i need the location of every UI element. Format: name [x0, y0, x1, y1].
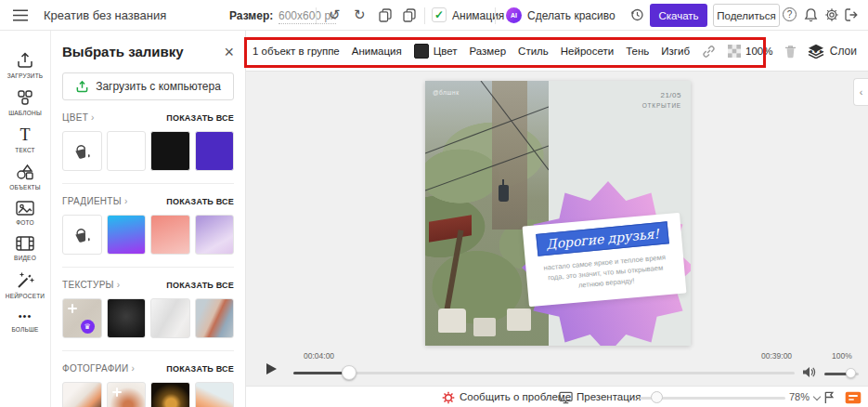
gradient-picker-swatch[interactable] [62, 215, 102, 255]
app-window: Креатив без названия Размер: 600x600 px … [0, 0, 868, 407]
photo-swatch-sketch[interactable] [195, 382, 235, 407]
texture-swatch-marble[interactable] [150, 298, 190, 338]
ai-icon: AI [506, 7, 522, 23]
gradient-swatch-blue-purple[interactable] [107, 215, 147, 255]
texture-swatch-concrete[interactable]: ♛ [62, 298, 102, 338]
section-label: ТЕКСТУРЫ [62, 280, 114, 290]
sidebar-item-neuro[interactable]: НЕЙРОСЕТИ [0, 271, 50, 299]
toolbar-style-button[interactable]: Стиль [518, 46, 549, 57]
download-button[interactable]: Скачать [650, 4, 707, 27]
magic-wand-icon [16, 271, 34, 289]
animation-checkbox[interactable]: ✓ [432, 7, 447, 22]
sidebar-item-objects[interactable]: ОБЪЕКТЫ [0, 164, 50, 190]
layers-button[interactable]: Слои [808, 31, 857, 72]
document-title[interactable]: Креатив без названия [44, 8, 166, 22]
zoom-level[interactable]: 78% [789, 391, 810, 402]
canvas-stage[interactable]: @блшнк 21/05 открытие Дорогие друзья! на… [425, 81, 691, 346]
message-card[interactable]: Дорогие друзья! настало самое яркое и те… [523, 213, 687, 307]
trash-icon[interactable] [784, 45, 797, 59]
show-all-link[interactable]: ПОКАЗАТЬ ВСЕ [166, 281, 234, 290]
current-color-chip[interactable] [414, 44, 429, 59]
section-gradients-header[interactable]: ГРАДИЕНТЫ› ПОКАЗАТЬ ВСЕ [62, 196, 234, 206]
chevron-down-icon[interactable] [813, 393, 821, 400]
toolbar-opacity-button[interactable]: 100% [728, 45, 772, 58]
texture-swatch-frosted[interactable] [195, 298, 235, 338]
paint-bucket-icon [71, 225, 93, 245]
bell-icon[interactable] [804, 7, 818, 22]
help-icon[interactable]: ? [783, 7, 797, 21]
upload-from-computer-button[interactable]: Загрузить с компьютера [62, 72, 234, 100]
upload-green-icon [75, 80, 89, 93]
size-value[interactable]: 600x600 px [279, 9, 336, 24]
card-body-text: настало самое яркое и теплое время года,… [540, 252, 670, 294]
sidebar-item-photo[interactable]: ФОТО [0, 201, 50, 226]
toolbar-shadow-button[interactable]: Тень [626, 46, 649, 57]
report-problem-link[interactable]: Сообщить о проблеме [460, 391, 571, 402]
history-icon[interactable] [629, 7, 644, 22]
paint-bucket-icon [71, 141, 93, 162]
link-icon[interactable] [702, 45, 716, 59]
volume-icon[interactable] [802, 366, 817, 378]
timeline-total-time: 00:39:00 [761, 351, 792, 361]
sidebar-item-text[interactable]: T ТЕКСТ [0, 126, 50, 153]
copy-icon[interactable] [379, 8, 392, 22]
volume-handle[interactable] [846, 368, 856, 378]
sidebar-item-video[interactable]: ВИДЕО [0, 236, 50, 261]
sidebar-item-label: ЗАГРУЗИТЬ [7, 72, 44, 79]
photo-swatch-coffee[interactable] [62, 382, 102, 407]
redo-icon[interactable]: ↻ [354, 7, 366, 23]
gradient-swatch-salmon[interactable] [150, 215, 190, 255]
fill-picker-panel: Выбрать заливку × Загрузить с компьютера… [51, 31, 246, 407]
toolbar-neuro-button[interactable]: Нейросети [561, 46, 614, 57]
toolbar-bend-button[interactable]: Изгиб [661, 46, 690, 57]
toolbar-animation-button[interactable]: Анимация [352, 46, 402, 57]
show-all-link[interactable]: ПОКАЗАТЬ ВСЕ [166, 113, 234, 123]
section-textures-header[interactable]: ТЕКСТУРЫ› ПОКАЗАТЬ ВСЕ [62, 280, 234, 290]
guide-flag-icon[interactable] [823, 390, 836, 404]
zoom-slider-handle[interactable] [651, 391, 663, 403]
sidebar-item-upload[interactable]: ЗАГРУЗИТЬ [0, 51, 50, 79]
undo-icon[interactable]: ↺ [329, 7, 341, 23]
share-button[interactable]: Поделиться [713, 4, 780, 27]
photo-swatch-blur[interactable] [107, 382, 147, 407]
collapse-panel-tab[interactable]: ‹ [853, 78, 868, 106]
animation-label: Анимация [452, 9, 504, 22]
toolbar-color-button[interactable]: Цвет [414, 44, 458, 59]
report-problem-icon[interactable] [442, 391, 455, 404]
divider [62, 183, 234, 184]
color-swatch-white[interactable] [107, 131, 147, 171]
sidebar-item-more[interactable]: ••• БОЛЬШЕ [0, 309, 50, 333]
close-icon[interactable]: × [224, 46, 234, 59]
section-color-header[interactable]: ЦВЕТ› ПОКАЗАТЬ ВСЕ [62, 112, 234, 123]
sidebar-item-label: ТЕКСТ [15, 147, 34, 153]
divider [316, 7, 317, 24]
timeline-track[interactable] [293, 372, 795, 374]
sparkle-mark [68, 304, 77, 313]
show-all-link[interactable]: ПОКАЗАТЬ ВСЕ [166, 197, 234, 206]
photo-swatch-ring[interactable] [150, 382, 190, 407]
duplicate-icon[interactable] [403, 8, 416, 22]
timeline-handle[interactable] [342, 365, 356, 380]
toolbar-size-button[interactable]: Размер [470, 46, 507, 57]
sidebar-item-label: ШАБЛОНЫ [8, 110, 42, 116]
white-table [473, 318, 496, 336]
presentation-icon[interactable] [559, 391, 573, 404]
gradient-swatch-lavender[interactable] [195, 215, 235, 255]
color-picker-swatch[interactable] [62, 131, 102, 171]
hamburger-menu-icon[interactable] [12, 9, 29, 21]
gear-icon[interactable] [824, 7, 839, 22]
section-label: ЦВЕТ [62, 112, 88, 123]
color-swatch-black[interactable] [150, 131, 190, 171]
logout-icon[interactable] [845, 8, 860, 21]
play-button[interactable] [266, 363, 277, 374]
section-label: ФОТОГРАФИИ [62, 363, 129, 374]
fullscreen-monitor-icon[interactable] [845, 391, 862, 404]
sidebar-item-templates[interactable]: ШАБЛОНЫ [0, 89, 50, 116]
show-all-link[interactable]: ПОКАЗАТЬ ВСЕ [166, 364, 234, 374]
texture-swatch-dark[interactable] [107, 298, 147, 338]
section-photos-header[interactable]: ФОТОГРАФИИ› ПОКАЗАТЬ ВСЕ [62, 363, 234, 374]
beautify-button[interactable]: Сделать красиво [527, 9, 615, 22]
presentation-link[interactable]: Презентация [577, 391, 641, 402]
toolbar-color-label: Цвет [434, 46, 458, 57]
color-swatch-purple[interactable] [195, 131, 235, 171]
